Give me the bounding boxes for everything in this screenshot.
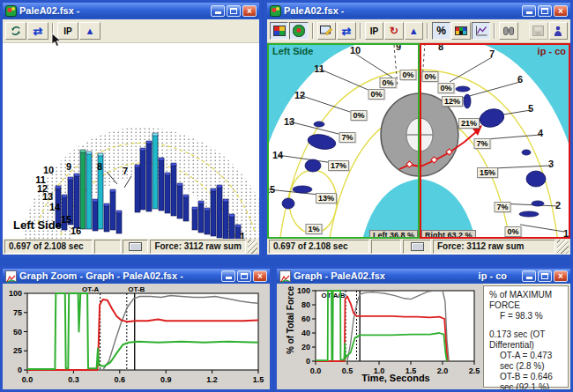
tooth-number-label: 15 xyxy=(267,184,275,195)
maximize-icon xyxy=(241,273,248,279)
status-time: 0.697 of 2.108 sec xyxy=(4,240,93,254)
tooth-number-label: 14 xyxy=(272,150,283,160)
refresh-icon xyxy=(10,25,22,37)
close-button[interactable]: × xyxy=(242,5,257,17)
window-graph: Graph - PaleA02.fsx ip - co × % of Total… xyxy=(274,266,573,392)
left-side-label: Left Side xyxy=(272,46,313,56)
triangle-icon: ▲ xyxy=(409,26,419,36)
window-title: PaleA02.fsx - xyxy=(19,3,208,19)
maximize-icon xyxy=(541,8,548,14)
svg-text:50: 50 xyxy=(13,328,22,337)
close-button[interactable]: × xyxy=(554,5,568,17)
minimize-button[interactable] xyxy=(522,5,536,17)
sensor-button[interactable] xyxy=(289,22,308,40)
svg-text:1.2: 1.2 xyxy=(206,375,218,384)
triangle-button[interactable]: ▲ xyxy=(79,22,100,40)
tooth-number-label: 15 xyxy=(61,214,71,225)
svg-text:60: 60 xyxy=(301,314,310,323)
line-graph-icon xyxy=(475,26,487,36)
minimize-button[interactable] xyxy=(221,270,235,282)
titlebar[interactable]: Graph Zoom - Graph - PaleA02.fsx - × xyxy=(3,269,270,284)
maximize-button[interactable] xyxy=(227,5,241,17)
tooth-number-label: 12 xyxy=(294,90,305,100)
app-icon xyxy=(270,5,281,17)
save-button[interactable] xyxy=(529,22,547,40)
resize-grip[interactable] xyxy=(557,240,569,254)
minimize-icon xyxy=(526,11,532,14)
titlebar[interactable]: PaleA02.fsx - × xyxy=(3,3,259,19)
maximize-button[interactable] xyxy=(538,5,552,17)
binoculars-button[interactable] xyxy=(499,22,517,40)
max-force-value: F = 98.3 % xyxy=(489,311,566,322)
toolbar-separator xyxy=(427,23,428,39)
ip-co-label: ip - co xyxy=(538,46,566,56)
swap-arrows-button[interactable]: ⇄ xyxy=(337,22,355,40)
tooth-number-label: 11 xyxy=(314,63,324,74)
close-button[interactable]: × xyxy=(554,270,568,282)
svg-text:20: 20 xyxy=(301,343,310,351)
status-force: Force: 3112 raw sum xyxy=(433,240,555,254)
monitor-edit-icon xyxy=(320,26,333,36)
y-axis-label: % of Total Force xyxy=(286,286,295,355)
multi-grid-button[interactable] xyxy=(451,22,470,40)
close-icon: × xyxy=(558,7,563,15)
svg-text:0.3: 0.3 xyxy=(68,375,79,384)
window-title: Graph Zoom - Graph - PaleA02.fsx - xyxy=(19,268,219,285)
window-mode-icon xyxy=(129,242,142,251)
svg-text:25: 25 xyxy=(13,346,22,355)
window-mode-icon xyxy=(411,242,424,251)
status-bar: 0.697 of 2.108 sec Force: 3112 raw sum xyxy=(267,239,570,255)
ot-differential-title: 0.173 sec (OT Differential) xyxy=(489,329,566,351)
svg-text:OT-A: OT-A xyxy=(82,285,99,293)
rotate-button[interactable]: ↻ xyxy=(384,22,403,40)
swap-arrows-button[interactable]: ⇄ xyxy=(27,22,48,40)
toolbar: ⇄ IP ↻ ▲ % xyxy=(267,19,570,43)
svg-text:0.6: 0.6 xyxy=(115,375,126,384)
svg-text:75: 75 xyxy=(13,308,22,317)
percent-button[interactable]: % xyxy=(432,22,450,40)
status-blank xyxy=(371,240,401,254)
tooth-number-label: 16 xyxy=(71,226,81,236)
titlebar[interactable]: Graph - PaleA02.fsx ip - co × xyxy=(277,269,570,284)
status-icon-field xyxy=(123,240,148,254)
svg-text:40: 40 xyxy=(301,329,310,337)
force-percent-label: 0% xyxy=(421,71,438,82)
force-percent-label: 0% xyxy=(399,70,416,80)
maximize-icon xyxy=(230,8,237,14)
color-grid-button[interactable] xyxy=(270,22,288,40)
monitor-edit-button[interactable] xyxy=(317,22,336,40)
max-force-title: % of MAXIMUM FORCE xyxy=(489,290,566,311)
window-title: Graph - PaleA02.fsx xyxy=(294,268,476,285)
status-icon-field xyxy=(403,240,431,254)
tooth-number-label: 1 xyxy=(240,231,245,239)
titlebar[interactable]: PaleA02.fsx - × xyxy=(267,3,570,19)
refresh-button[interactable] xyxy=(5,22,26,40)
ip-button[interactable]: IP xyxy=(365,22,383,40)
binoculars-icon xyxy=(502,26,515,36)
force-percent-label: 21% xyxy=(458,118,480,129)
status-time: 0.697 of 2.108 sec xyxy=(269,240,369,254)
resize-grip[interactable] xyxy=(248,240,257,254)
tooth-number-label: 13 xyxy=(284,116,294,127)
triangle-button[interactable]: ▲ xyxy=(405,22,423,40)
close-icon: × xyxy=(558,272,563,280)
minimize-button[interactable] xyxy=(211,5,225,17)
force-percent-label: 1% xyxy=(305,224,322,234)
line-graph-button[interactable] xyxy=(472,22,490,40)
person-button[interactable] xyxy=(549,22,568,40)
maximize-button[interactable] xyxy=(538,270,552,282)
left-total-badge: Left 36.8 % xyxy=(369,230,418,239)
svg-text:100: 100 xyxy=(9,289,22,298)
maximize-button[interactable] xyxy=(237,270,251,282)
graph-app-icon xyxy=(5,270,17,282)
status-blank xyxy=(94,240,122,254)
close-button[interactable]: × xyxy=(253,270,267,282)
minimize-button[interactable] xyxy=(522,270,536,282)
tooth-number-label: 9 xyxy=(66,161,71,172)
status-bar: 0.697 of 2.108 sec Force: 3112 raw sum xyxy=(3,239,259,255)
window-arch-view: PaleA02.fsx - × ⇄ IP ↻ ▲ % xyxy=(264,0,573,257)
tooth-number-label: 9 xyxy=(396,43,401,52)
ip-label: IP xyxy=(370,26,378,36)
force-percent-label: 0% xyxy=(504,226,521,237)
close-icon: × xyxy=(247,7,252,15)
